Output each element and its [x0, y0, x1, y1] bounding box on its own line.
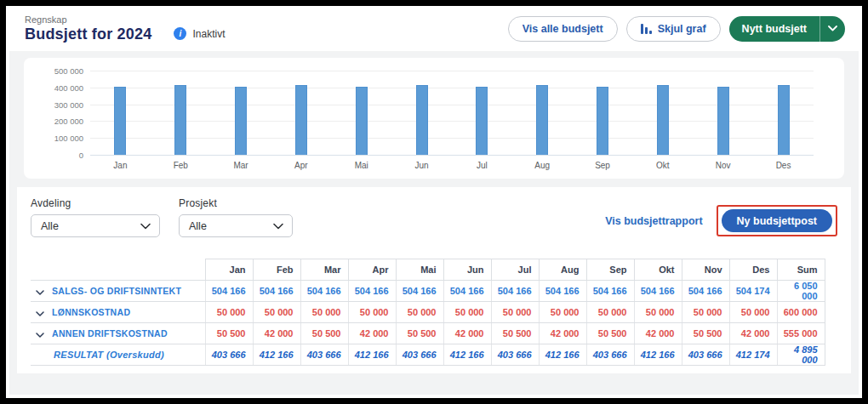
x-axis-tick: Jun [391, 161, 452, 170]
value-cell: 504 166 [443, 281, 491, 302]
column-header-apr: Apr [348, 259, 396, 281]
value-cell: 504 166 [253, 281, 300, 302]
new-budget-label: Nytt budsjett [729, 16, 819, 42]
table-header-row: JanFebMarAprMaiJunJulAugSepOktNovDesSum [31, 259, 825, 281]
chevron-down-icon[interactable] [36, 333, 44, 338]
x-axis-tick: Des [753, 161, 814, 170]
bar-slot: Jun [391, 71, 452, 155]
row-label[interactable]: SALGS- OG DRIFTSINNTEKT [31, 281, 205, 302]
value-cell: 403 666 [491, 344, 539, 366]
budget-panel: Avdeling Alle Prosjekt Alle [17, 187, 851, 373]
table-row: RESULTAT (Overskudd)403 666412 166403 66… [31, 344, 825, 366]
bar-nov[interactable] [717, 87, 729, 155]
value-cell: 504 166 [682, 281, 729, 302]
column-header-aug: Aug [539, 259, 586, 281]
bar-feb[interactable] [174, 85, 186, 155]
value-cell: 50 500 [396, 323, 443, 344]
bar-series: JanFebMarAprMaiJunJulAugSepOktNovDes [90, 71, 814, 155]
filter-avdeling: Avdeling Alle [31, 197, 160, 237]
row-label: RESULTAT (Overskudd) [31, 344, 205, 366]
bar-okt[interactable] [657, 85, 669, 155]
page-title: Budsjett for 2024 [25, 26, 151, 43]
show-all-budgets-label: Vis alle budsjett [523, 23, 603, 35]
new-budget-button[interactable]: Nytt budsjett [729, 16, 845, 42]
chevron-down-icon [273, 223, 283, 230]
prosjekt-label: Prosjekt [179, 197, 293, 209]
avdeling-select[interactable]: Alle [31, 214, 160, 237]
screenshot-frame: Regnskap Budsjett for 2024 i Inaktivt Vi… [0, 0, 868, 404]
value-cell: 403 666 [586, 344, 634, 366]
bar-slot: Mar [211, 71, 271, 155]
bar-sep[interactable] [597, 87, 608, 155]
table-row: SALGS- OG DRIFTSINNTEKT504 166504 166504… [31, 281, 825, 302]
bar-jan[interactable] [114, 87, 126, 155]
chevron-down-icon [828, 26, 837, 31]
content-area: 500 000400 000300 000200 000100 0000JanF… [9, 51, 859, 395]
value-cell: 504 166 [539, 281, 586, 302]
value-cell: 50 000 [729, 302, 777, 323]
value-cell: 412 166 [443, 344, 491, 366]
chevron-down-icon[interactable] [36, 290, 44, 295]
y-axis-tick: 200 000 [31, 117, 83, 126]
value-cell: 403 666 [205, 344, 253, 366]
value-cell: 412 166 [634, 344, 682, 366]
value-cell: 504 166 [300, 281, 348, 302]
show-all-budgets-button[interactable]: Vis alle budsjett [508, 16, 618, 42]
new-budget-post-button[interactable]: Ny budsjettpost [722, 209, 832, 232]
row-label[interactable]: ANNEN DRIFTSKOSTNAD [31, 323, 205, 344]
column-header-jul: Jul [491, 259, 539, 281]
column-header-sum: Sum [777, 259, 825, 281]
value-cell: 403 666 [682, 344, 729, 366]
title-block: Regnskap Budsjett for 2024 [25, 14, 151, 43]
value-cell: 412 166 [539, 344, 586, 366]
bar-slot: Feb [151, 71, 211, 155]
value-cell: 42 000 [634, 323, 682, 344]
bar-slot: Jan [90, 71, 151, 155]
value-cell: 412 166 [348, 344, 396, 366]
bar-mai[interactable] [356, 87, 368, 155]
value-cell: 504 166 [348, 281, 396, 302]
chevron-down-icon[interactable] [36, 311, 44, 316]
status-group: i Inaktivt [174, 27, 225, 40]
y-axis-tick: 100 000 [31, 134, 83, 143]
value-cell: 412 174 [729, 344, 777, 366]
prosjekt-select[interactable]: Alle [179, 214, 293, 237]
value-cell: 42 000 [729, 323, 777, 344]
value-cell: 4 895 000 [777, 344, 825, 366]
value-cell: 403 666 [396, 344, 443, 366]
bar-jun[interactable] [416, 85, 428, 155]
bar-aug[interactable] [536, 85, 548, 155]
budget-report-link[interactable]: Vis budsjettrapport [605, 215, 702, 227]
bar-slot: Jul [452, 71, 512, 155]
new-budget-dropdown-toggle[interactable] [819, 16, 845, 42]
value-cell: 50 000 [300, 302, 348, 323]
x-axis-tick: Aug [512, 161, 573, 170]
row-label[interactable]: LØNNSKOSTNAD [31, 302, 205, 323]
bar-mar[interactable] [235, 87, 247, 155]
info-icon[interactable]: i [174, 27, 186, 40]
value-cell: 50 500 [586, 323, 634, 344]
x-axis-tick: Feb [151, 161, 211, 170]
avdeling-label: Avdeling [31, 197, 160, 209]
x-axis-tick: Jul [452, 161, 512, 170]
bar-apr[interactable] [295, 85, 307, 155]
y-axis-tick: 400 000 [31, 83, 83, 92]
column-header-jan: Jan [205, 259, 253, 281]
x-axis-tick: Mar [211, 161, 271, 170]
budget-table: JanFebMarAprMaiJunJulAugSepOktNovDesSumS… [31, 259, 825, 366]
bar-jul[interactable] [476, 87, 488, 155]
header-actions: Vis alle budsjett Skjul graf Nytt budsje… [508, 16, 845, 42]
table-row: ANNEN DRIFTSKOSTNAD50 50042 00050 50042 … [31, 323, 825, 344]
bar-des[interactable] [778, 85, 790, 155]
value-cell: 50 000 [396, 302, 443, 323]
value-cell: 50 000 [253, 302, 300, 323]
value-cell: 412 166 [253, 344, 300, 366]
chevron-down-icon [140, 223, 151, 230]
hide-graph-button[interactable]: Skjul graf [626, 16, 721, 42]
app-page: Regnskap Budsjett for 2024 i Inaktivt Vi… [6, 6, 862, 398]
value-cell: 50 500 [300, 323, 348, 344]
column-header-jun: Jun [443, 259, 491, 281]
value-cell: 6 050 000 [777, 281, 825, 302]
value-cell: 504 166 [634, 281, 682, 302]
column-header-feb: Feb [253, 259, 300, 281]
